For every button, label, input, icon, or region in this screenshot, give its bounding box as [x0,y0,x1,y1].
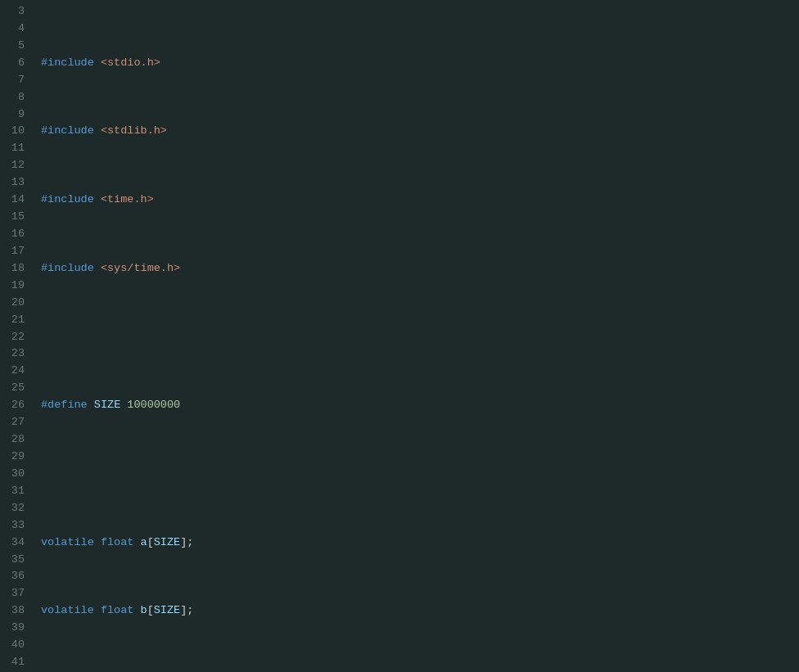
ln-3: 3 [3,3,25,20]
code-line-3: #include <stdio.h> [41,55,799,72]
ln-4: 4 [3,20,25,38]
ln-33: 33 [3,517,25,534]
code-line-7 [41,329,799,346]
ln-15: 15 [3,209,25,226]
ln-29: 29 [3,449,25,466]
ln-12: 12 [3,157,25,174]
ln-9: 9 [3,106,25,124]
ln-19: 19 [3,277,25,295]
ln-6: 6 [3,55,25,72]
code-line-9 [41,466,799,483]
ln-24: 24 [3,363,25,380]
line-numbers: 3 4 5 6 7 8 9 10 11 12 13 14 15 16 17 18… [0,0,31,672]
ln-34: 34 [3,534,25,552]
ln-30: 30 [3,466,25,483]
code-line-6: #include <sys/time.h> [41,260,799,277]
ln-32: 32 [3,500,25,517]
code-line-4: #include <stdlib.h> [41,123,799,140]
ln-13: 13 [3,174,25,192]
ln-10: 10 [3,123,25,140]
ln-39: 39 [3,620,25,637]
code-line-8: #define SIZE 10000000 [41,397,799,414]
ln-41: 41 [3,654,25,671]
ln-5: 5 [3,38,25,55]
ln-35: 35 [3,552,25,569]
ln-28: 28 [3,431,25,449]
code-line-5: #include <time.h> [41,192,799,209]
ln-18: 18 [3,260,25,277]
ln-27: 27 [3,414,25,431]
ln-22: 22 [3,329,25,346]
ln-11: 11 [3,140,25,157]
ln-36: 36 [3,568,25,585]
ln-7: 7 [3,72,25,89]
ln-14: 14 [3,192,25,209]
ln-40: 40 [3,637,25,654]
ln-17: 17 [3,243,25,260]
ln-31: 31 [3,483,25,500]
ln-23: 23 [3,345,25,363]
ln-26: 26 [3,397,25,414]
ln-38: 38 [3,602,25,620]
code-body[interactable]: #include <stdio.h> #include <stdlib.h> #… [31,0,799,672]
ln-21: 21 [3,312,25,329]
ln-25: 25 [3,380,25,397]
code-line-11: volatile float b[SIZE]; [41,602,799,620]
code-editor: 3 4 5 6 7 8 9 10 11 12 13 14 15 16 17 18… [0,0,799,672]
code-line-10: volatile float a[SIZE]; [41,534,799,552]
ln-16: 16 [3,226,25,243]
ln-8: 8 [3,89,25,106]
ln-20: 20 [3,295,25,312]
ln-37: 37 [3,585,25,602]
